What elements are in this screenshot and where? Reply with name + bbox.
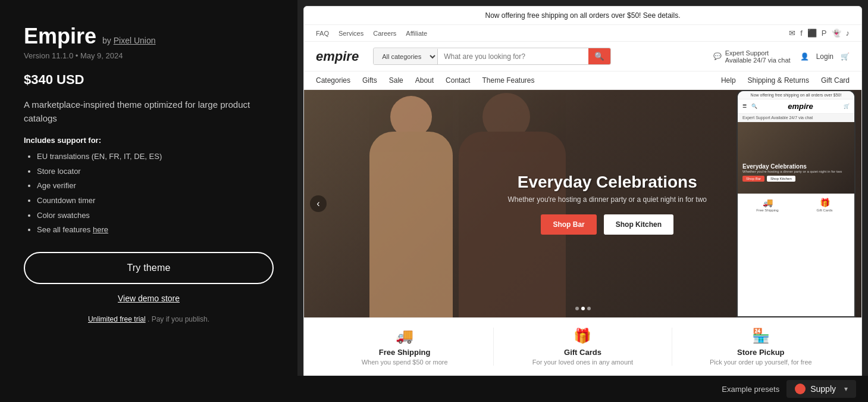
nav-careers[interactable]: Careers [373,30,396,37]
mobile-hero-sub: Whether you're hosting a dinner party or… [742,170,842,173]
theme-by: by Pixel Union [102,36,156,45]
feature-pickup-title: Store Pickup [678,348,844,357]
mobile-gift-icon: 🎁 [797,198,852,207]
shop-bar-button[interactable]: Shop Bar [541,214,596,235]
mobile-shop-kitchen[interactable]: Shop Kitchen [767,176,795,182]
mobile-features: 🚚 Free Shipping 🎁 Gift Cards [738,194,854,216]
dot-1 [575,307,579,310]
hero-content: Everyday Celebrations Whether you're hos… [508,173,707,235]
nav-theme-features[interactable]: Theme Features [482,76,534,85]
feature-shipping-desc: When you spend $50 or more [322,359,487,366]
supply-name: Supply [810,384,836,394]
mobile-feature-shipping: Free Shipping [756,208,778,212]
hero-prev-button[interactable]: ‹ [310,195,327,212]
feature-item: Countdown timer [37,194,274,208]
feature-giftcards-title: Gift Cards [500,348,665,357]
shop-kitchen-button[interactable]: Shop Kitchen [604,214,673,235]
feature-giftcards-desc: For your loved ones in any amount [500,359,665,366]
left-panel: Empire by Pixel Union Version 11.1.0 • M… [0,0,297,402]
supply-badge[interactable]: Supply ▾ [786,380,856,398]
category-select[interactable]: All categories [374,49,438,64]
social-icons: ✉ f ⬛ P 👻 ♪ [789,29,850,38]
chat-icon: 💬 [713,52,722,60]
feature-item: EU translations (EN, FR, IT, DE, ES) [37,149,274,164]
nav-services[interactable]: Services [339,30,364,37]
feature-item-last: See all features here [37,223,274,238]
feature-pickup: 🏪 Store Pickup Pick your order up yourse… [672,328,850,366]
facebook-icon: f [800,29,803,38]
giftcard-icon: 🎁 [500,328,665,344]
expert-support: 💬 Expert Support Available 24/7 via chat [713,49,791,64]
mobile-shop-bar[interactable]: Shop Bar [742,176,764,182]
feature-item: Store locator [37,164,274,179]
theme-name: Empire [24,24,96,49]
theme-description: A marketplace-inspired theme optimized f… [24,98,274,125]
nav-contact[interactable]: Contact [446,76,470,85]
mobile-feature-gifts: Gift Cards [816,208,832,212]
dot-3 [587,307,591,310]
feature-item: Color swatches [37,208,274,223]
theme-title-row: Empire by Pixel Union [24,24,274,49]
nav-sale[interactable]: Sale [389,76,403,85]
mobile-preview: Now offering free shipping on all orders… [737,90,856,317]
hero-section: Everyday Celebrations Whether you're hos… [304,90,861,317]
pickup-icon: 🏪 [678,328,844,344]
hero-buttons: Shop Bar Shop Kitchen [508,214,707,235]
nav-gifts[interactable]: Gifts [362,76,377,85]
top-nav-links: FAQ Services Careers Affiliate ✉ f ⬛ P 👻… [304,25,861,42]
support-title: Expert Support [725,49,791,57]
tiktok-icon: ♪ [846,29,850,38]
feature-pickup-desc: Pick your order up yourself, for free [678,359,844,366]
trial-link[interactable]: Unlimited free trial [88,315,146,323]
chevron-down-icon: ▾ [844,385,848,393]
email-icon: ✉ [789,29,795,38]
view-demo-button[interactable]: View demo store [24,294,274,303]
nav-categories[interactable]: Categories [316,76,350,85]
theme-price: $340 USD [24,72,274,88]
mobile-support: Expert Support Available 24/7 via chat [738,114,854,122]
supply-color-dot [795,384,806,394]
search-input[interactable] [438,49,588,64]
bottom-bar: Example presets Supply ▾ [297,376,868,402]
support-sub: Available 24/7 via chat [725,57,791,64]
publisher-link[interactable]: Pixel Union [114,36,156,45]
mobile-hero: Everyday Celebrations Whether you're hos… [738,122,854,194]
see-all-link[interactable]: here [93,225,108,234]
user-icon: 👤 [800,52,809,61]
feature-shipping: 🚚 Free Shipping When you spend $50 or mo… [316,328,494,366]
second-nav: Categories Gifts Sale About Contact Them… [304,71,861,90]
snapchat-icon: 👻 [832,29,841,38]
nav-about[interactable]: About [415,76,434,85]
try-theme-button[interactable]: Try theme [24,252,274,284]
search-button[interactable]: 🔍 [588,48,610,64]
main-nav: empire All categories 🔍 💬 Expert Support… [304,42,861,71]
trial-suffix: . Pay if you publish. [148,315,209,323]
search-bar: All categories 🔍 [373,48,611,65]
right-panel: Now offering free shipping on all orders… [297,0,868,402]
nav-affiliate[interactable]: Affiliate [406,30,427,37]
mobile-cart-icon: 🛒 [844,104,850,109]
browser-window: Now offering free shipping on all orders… [303,6,862,376]
instagram-icon: ⬛ [807,29,817,38]
hero-title: Everyday Celebrations [508,173,707,192]
nav-faq[interactable]: FAQ [316,30,329,37]
nav-help[interactable]: Help [721,76,736,85]
hero-subtitle: Whether you're hosting a dinner party or… [508,195,707,204]
features-list: EU translations (EN, FR, IT, DE, ES) Sto… [24,149,274,238]
pinterest-icon: P [822,29,827,38]
feature-item: Age verifier [37,179,274,194]
nav-gift-card[interactable]: Gift Card [821,76,850,85]
features-bar: 🚚 Free Shipping When you spend $50 or mo… [304,317,861,375]
site-logo[interactable]: empire [316,49,359,64]
mobile-menu-icon: ☰ [742,104,747,109]
second-nav-right: Help Shipping & Returns Gift Card [721,76,850,85]
theme-version: Version 11.1.0 • May 9, 2024 [24,51,274,60]
nav-shipping-returns[interactable]: Shipping & Returns [748,76,809,85]
announcement-bar: Now offering free shipping on all orders… [304,7,861,25]
includes-label: Includes support for: [24,136,274,145]
dot-2 [581,307,585,310]
mobile-search-icon: 🔍 [751,104,757,109]
cart-icon[interactable]: 🛒 [841,52,850,61]
login-label[interactable]: Login [816,52,833,61]
mobile-nav: ☰ 🔍 empire 🛒 [738,99,854,114]
